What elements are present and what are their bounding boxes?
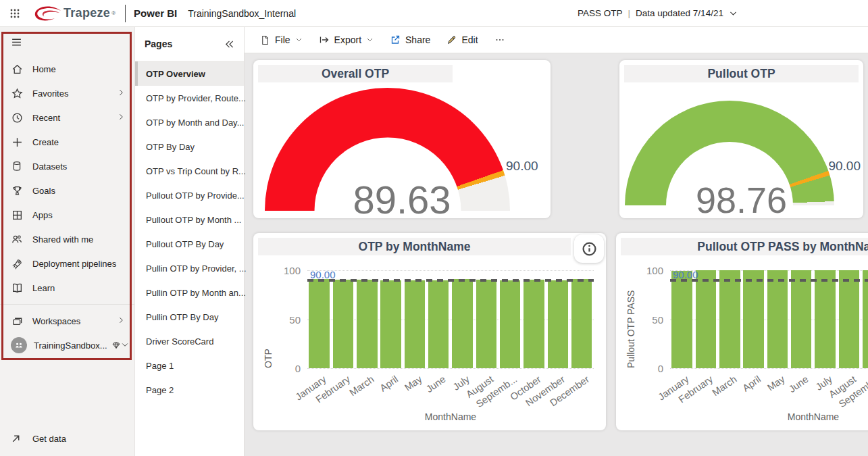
sidebar-item-create[interactable]: Create xyxy=(0,130,134,154)
chevron-down-icon[interactable] xyxy=(729,9,738,18)
get-data-button[interactable]: Get data xyxy=(0,426,134,451)
bar-december[interactable] xyxy=(571,279,592,368)
page-item-label: OTP By Day xyxy=(146,142,195,152)
bar-slot xyxy=(474,270,498,368)
hamburger-menu-icon[interactable] xyxy=(0,27,134,57)
sidebar-item-apps[interactable]: Apps xyxy=(0,203,134,227)
sidebar-item-home[interactable]: Home xyxy=(0,57,134,81)
bar-january[interactable] xyxy=(309,279,329,368)
bar-march[interactable] xyxy=(719,270,740,368)
y-axis-tick: 100 xyxy=(284,265,301,276)
page-item[interactable]: Pullin OTP by Month an... xyxy=(135,280,244,305)
page-item[interactable]: Pullout OTP by Month ... xyxy=(135,207,244,232)
trapeze-logo: Trapeze ® xyxy=(32,5,116,22)
data-updated-label[interactable]: Data updated 7/14/21 xyxy=(636,8,723,18)
page-item-label: OTP by Month and Day... xyxy=(146,118,244,128)
brand-name: Trapeze xyxy=(63,6,110,20)
bar-june[interactable] xyxy=(428,280,449,368)
bar-slot xyxy=(499,270,522,368)
pages-list: OTP OverviewOTP by Provider, Route...OTP… xyxy=(135,61,244,402)
page-item[interactable]: Page 1 xyxy=(135,353,244,378)
info-button[interactable] xyxy=(574,234,604,263)
page-item[interactable]: Pullin OTP By Day xyxy=(135,305,244,329)
page-item[interactable]: OTP by Month and Day... xyxy=(135,110,244,134)
page-item-label: Page 1 xyxy=(146,361,174,371)
y-axis-tick: 50 xyxy=(289,313,301,325)
page-item[interactable]: Pullout OTP by Provide... xyxy=(135,183,244,207)
y-axis-tick: 0 xyxy=(658,363,663,374)
x-axis-label: April xyxy=(378,374,400,394)
report-toolbar: File Export Share xyxy=(245,27,868,53)
bar-november[interactable] xyxy=(548,280,568,368)
waffle-menu-icon[interactable] xyxy=(0,0,30,27)
bar-april[interactable] xyxy=(380,280,401,368)
bar-july[interactable] xyxy=(815,270,835,368)
bar-march[interactable] xyxy=(357,280,377,368)
workspace-avatar xyxy=(11,337,27,353)
plus-icon xyxy=(11,136,23,148)
database-icon xyxy=(11,160,23,172)
bar-july[interactable] xyxy=(452,279,472,368)
page-item[interactable]: Pullout OTP By Day xyxy=(135,232,244,256)
more-options-button[interactable] xyxy=(488,30,511,49)
page-item-label: OTP vs Trip Count by R... xyxy=(146,166,246,176)
report-status-label: PASS OTP xyxy=(578,8,623,18)
sidebar-item-workspaces[interactable]: Workspaces xyxy=(0,309,134,333)
x-axis-title: MonthName xyxy=(670,411,868,422)
bar-january[interactable] xyxy=(671,271,692,368)
status-separator: | xyxy=(628,8,631,18)
x-axis-title: MonthName xyxy=(307,411,594,422)
x-axis-labels: JanuaryFebruaryMarchAprilMayJuneJulyAugu… xyxy=(670,370,868,409)
edit-button[interactable]: Edit xyxy=(440,30,484,49)
otp-by-month-chart-card: OTP by MonthName OTP 05010090.00 January… xyxy=(253,233,606,430)
y-axis-tick: 0 xyxy=(295,363,301,374)
bar-slot xyxy=(451,270,474,368)
visual-title: OTP by MonthName xyxy=(258,238,571,255)
gridline xyxy=(670,368,868,369)
bar-april[interactable] xyxy=(743,270,763,368)
sidebar-item-deployment-pipelines[interactable]: Deployment pipelines xyxy=(0,251,134,276)
collapse-pane-icon[interactable] xyxy=(224,39,234,49)
bar-october[interactable] xyxy=(524,280,544,368)
bar-septemb[interactable] xyxy=(863,270,868,368)
sidebar-item-label: Learn xyxy=(32,283,55,293)
bar-june[interactable] xyxy=(791,270,811,368)
page-item-label: Driver ScoreCard xyxy=(146,336,213,347)
sidebar-divider xyxy=(0,304,134,305)
sidebar-item-label: Home xyxy=(32,64,56,74)
bar-slot xyxy=(790,270,813,368)
page-item[interactable]: OTP Overview xyxy=(135,61,244,86)
page-item[interactable]: OTP By Day xyxy=(135,134,244,159)
report-canvas: Overall OTP 89.63 90.00 Pullout OTP 98.7… xyxy=(245,53,868,456)
sidebar-item-datasets[interactable]: Datasets xyxy=(0,154,134,178)
sidebar-item-learn[interactable]: Learn xyxy=(0,276,134,300)
bar-may[interactable] xyxy=(767,270,788,368)
bar-february[interactable] xyxy=(333,280,353,368)
share-button[interactable]: Share xyxy=(384,30,436,49)
page-item[interactable]: OTP vs Trip Count by R... xyxy=(135,159,244,183)
bar-slot xyxy=(546,270,569,368)
export-menu-button[interactable]: Export xyxy=(313,30,380,49)
bar-august[interactable] xyxy=(476,280,496,369)
workspace-breadcrumb[interactable]: TrainingSandbox_Internal xyxy=(188,8,296,19)
bar-may[interactable] xyxy=(405,280,425,368)
sidebar-item-goals[interactable]: Goals xyxy=(0,178,134,203)
chevron-right-icon xyxy=(117,88,125,99)
file-menu-button[interactable]: File xyxy=(254,30,309,49)
bar-august[interactable] xyxy=(839,270,859,368)
workspaces-icon xyxy=(11,315,23,327)
page-item[interactable]: Pullin OTP by Provider, ... xyxy=(135,256,244,280)
sidebar-item-current-workspace[interactable]: TrainingSandbox... xyxy=(0,333,134,357)
sidebar-item-favorites[interactable]: Favorites xyxy=(0,81,134,105)
page-item[interactable]: Driver ScoreCard xyxy=(135,329,244,353)
bar-february[interactable] xyxy=(696,270,716,368)
sidebar-item-recent[interactable]: Recent xyxy=(0,105,134,130)
plot-area: 05010090.00 xyxy=(670,270,868,368)
target-reference-label: 90.00 xyxy=(673,269,698,280)
bar-slot xyxy=(427,270,451,368)
x-axis-label: June xyxy=(787,374,811,395)
page-item[interactable]: Page 2 xyxy=(135,378,244,402)
sidebar-item-shared-with-me[interactable]: Shared with me xyxy=(0,227,134,251)
page-item[interactable]: OTP by Provider, Route... xyxy=(135,86,244,110)
bar-septemb[interactable] xyxy=(500,280,520,368)
